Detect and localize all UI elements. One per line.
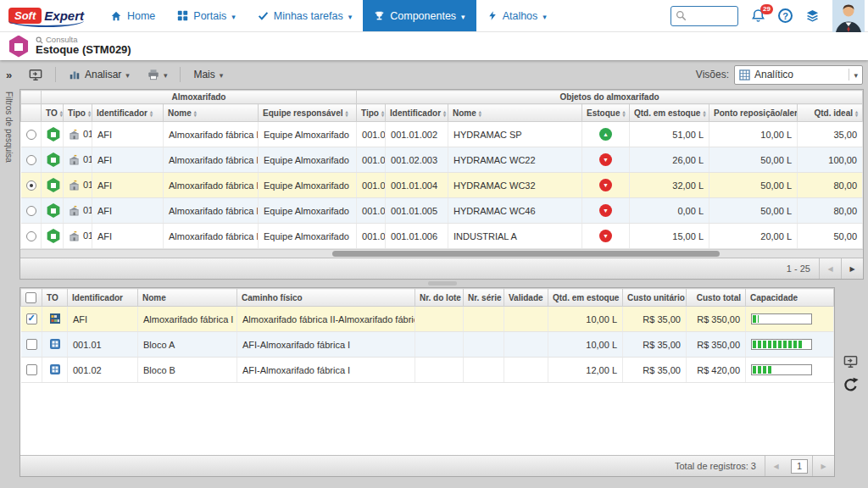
- col-header-capacidade[interactable]: Capacidade: [746, 289, 834, 307]
- more-button[interactable]: Mais: [186, 64, 231, 86]
- sort-icon[interactable]: [194, 110, 197, 117]
- warehouse-object-icon[interactable]: [47, 178, 60, 192]
- row-select-checkbox[interactable]: [26, 364, 37, 375]
- col-label: Equipe responsável: [263, 108, 342, 118]
- filters-panel-toggle[interactable]: Filtros de pesquisa: [0, 60, 18, 488]
- refresh-button[interactable]: [843, 377, 859, 393]
- sort-icon[interactable]: [855, 110, 858, 117]
- warehouse-object-row[interactable]: 01 AFI Almoxarifado fábrica I Equipe Alm…: [21, 122, 863, 147]
- row-select-radio[interactable]: [26, 206, 36, 216]
- user-avatar[interactable]: [832, 0, 865, 32]
- sort-icon[interactable]: [60, 110, 63, 117]
- lower-table-body: AFI Almoxarifado fábrica I Almoxarifado …: [21, 307, 834, 383]
- col-header-identificador[interactable]: Identificador: [92, 104, 164, 122]
- col-header-nr-lote[interactable]: Nr. do lote: [415, 289, 464, 307]
- col-header-nr-serie[interactable]: Nr. série: [464, 289, 504, 307]
- col-header-custo-total[interactable]: Custo total: [687, 289, 746, 307]
- sort-icon[interactable]: [345, 110, 348, 117]
- row-select-checkbox[interactable]: [26, 313, 37, 324]
- softexpert-logo[interactable]: Soft Expert: [0, 0, 99, 31]
- col-header-custo-unitario[interactable]: Custo unitário: [623, 289, 687, 307]
- cell-obj-nome: HYDRAMAC SP: [448, 122, 582, 147]
- suite-menu-button[interactable]: [805, 8, 820, 23]
- row-select-radio[interactable]: [26, 155, 36, 165]
- prev-page-button[interactable]: [765, 456, 787, 476]
- stock-location-row[interactable]: AFI Almoxarifado fábrica I Almoxarifado …: [21, 307, 834, 332]
- sort-icon[interactable]: [88, 110, 91, 117]
- cell-obj-identificador: 001.02.003: [386, 147, 448, 173]
- sort-icon[interactable]: [381, 110, 384, 117]
- cell-nr-lote: [415, 307, 464, 332]
- notifications-button[interactable]: 29: [751, 8, 765, 23]
- sort-icon[interactable]: [443, 110, 446, 117]
- horizontal-scrollbar[interactable]: [20, 249, 863, 258]
- col-header-identificador[interactable]: Identificador: [68, 289, 138, 307]
- warehouse-object-icon[interactable]: [47, 203, 60, 218]
- col-header-qtd-estoque[interactable]: Qtd. em estoque: [630, 104, 709, 122]
- splitter-grip[interactable]: [428, 281, 457, 286]
- col-header-qtd-ideal[interactable]: Qtd. ideal: [798, 104, 863, 122]
- sort-icon[interactable]: [479, 110, 481, 117]
- analyze-button[interactable]: Analisar: [61, 64, 137, 86]
- col-header-to[interactable]: TO: [42, 289, 68, 307]
- warehouse-object-icon[interactable]: [47, 152, 60, 167]
- views-dropdown[interactable]: Analítico: [734, 65, 863, 85]
- screen-view-button[interactable]: [21, 64, 50, 86]
- select-all-checkbox[interactable]: [25, 292, 36, 303]
- scrollbar-thumb[interactable]: [332, 251, 720, 257]
- warehouse-object-row[interactable]: 01 AFI Almoxarifado fábrica I Equipe Alm…: [21, 173, 863, 198]
- sort-icon[interactable]: [622, 110, 625, 117]
- nav-label: Minhas tarefas: [274, 10, 343, 22]
- group-header-blank: [21, 91, 42, 104]
- prev-page-button[interactable]: [819, 258, 841, 279]
- nav-componentes[interactable]: Componentes: [363, 0, 476, 31]
- cell-equipe: Equipe Almoxarifado: [259, 224, 357, 249]
- row-select-checkbox[interactable]: [26, 339, 37, 350]
- nav-portais[interactable]: Portais: [166, 0, 246, 31]
- col-header-obj-nome[interactable]: Nome: [448, 104, 582, 122]
- warehouse-object-row[interactable]: 01 AFI Almoxarifado fábrica I Equipe Alm…: [21, 198, 863, 224]
- col-header-validade[interactable]: Validade: [504, 289, 548, 307]
- print-button[interactable]: [140, 64, 175, 86]
- export-grid-button[interactable]: [843, 355, 858, 369]
- stock-location-row[interactable]: 001.01 Bloco A AFI-Almoxarifado fábrica …: [21, 332, 834, 358]
- col-header-caminho-fisico[interactable]: Caminho físico: [237, 289, 415, 307]
- warehouse-object-icon[interactable]: [47, 229, 60, 243]
- col-header-ponto-reposicao[interactable]: Ponto reposição/alerta: [709, 104, 798, 122]
- col-label: Qtd. em estoque: [634, 108, 700, 118]
- global-search-input[interactable]: [670, 6, 738, 26]
- col-header-nome[interactable]: Nome: [138, 289, 237, 307]
- row-select-radio[interactable]: [26, 180, 36, 191]
- search-icon: [676, 10, 687, 21]
- col-header-qtd-estoque[interactable]: Qtd. em estoque: [548, 289, 623, 307]
- nav-atalhos[interactable]: Atalhos: [476, 0, 558, 31]
- panel-splitter[interactable]: [19, 280, 865, 287]
- col-header-to[interactable]: TO: [42, 104, 64, 122]
- expand-panel-icon[interactable]: [6, 69, 12, 81]
- next-page-button[interactable]: [841, 258, 863, 279]
- sort-icon[interactable]: [150, 110, 153, 117]
- col-header-obj-identificador[interactable]: Identificador: [386, 104, 448, 122]
- col-header-nome[interactable]: Nome: [164, 104, 259, 122]
- warehouse-object-row[interactable]: 01 AFI Almoxarifado fábrica I Equipe Alm…: [21, 147, 863, 173]
- col-header-tipo[interactable]: Tipo: [64, 104, 92, 122]
- warehouse-objects-panel: Almoxarifado Objetos do almoxarifado TO …: [19, 89, 864, 280]
- col-header-estoque[interactable]: Estoque: [582, 104, 630, 122]
- warehouse-object-icon[interactable]: [47, 127, 60, 141]
- next-page-button[interactable]: [812, 456, 834, 476]
- col-header-equipe[interactable]: Equipe responsável: [259, 104, 357, 122]
- sort-icon[interactable]: [703, 110, 705, 117]
- help-button[interactable]: [778, 8, 793, 23]
- nav-minhas-tarefas[interactable]: Minhas tarefas: [247, 0, 364, 31]
- row-select-radio[interactable]: [26, 231, 36, 241]
- stock-location-row[interactable]: 001.02 Bloco B AFI-Almoxarifado fábrica …: [21, 358, 834, 383]
- cell-custo-total: R$ 350,00: [687, 332, 746, 358]
- warehouse-object-row[interactable]: 01 AFI Almoxarifado fábrica I Equipe Alm…: [21, 224, 863, 249]
- cell-to: [42, 122, 64, 147]
- col-header-obj-tipo[interactable]: Tipo: [357, 104, 386, 122]
- nav-home[interactable]: Home: [99, 0, 166, 31]
- row-select-radio[interactable]: [26, 130, 36, 140]
- chevron-down-icon: [231, 10, 236, 22]
- chevron-down-icon: [461, 10, 465, 22]
- column-header-row: TO Identificador Nome Caminho físico Nr.…: [21, 289, 834, 307]
